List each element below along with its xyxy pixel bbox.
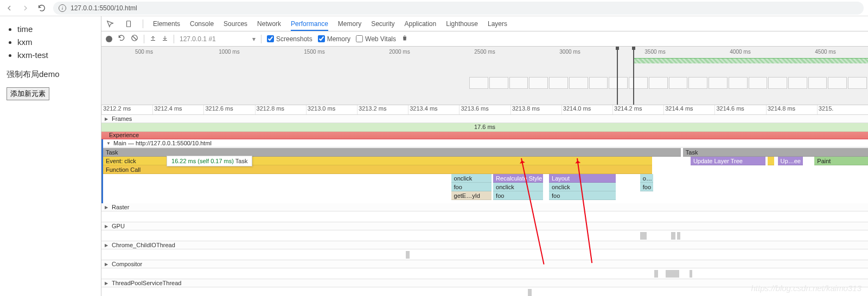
screenshots-checkbox[interactable]: Screenshots — [267, 35, 312, 43]
up-ee-bar[interactable]: Up…ee — [778, 157, 803, 165]
small-yellow-bar[interactable] — [768, 157, 774, 165]
timeline-ruler[interactable]: 3212.2 ms 3212.4 ms 3212.6 ms 3212.8 ms … — [101, 105, 868, 115]
overview-screenshots — [469, 77, 868, 89]
timeline-overview[interactable]: 500 ms 1000 ms 1500 ms 2000 ms 2500 ms 3… — [101, 47, 868, 105]
site-info-icon[interactable]: i — [59, 4, 66, 12]
tab-layers[interactable]: Layers — [488, 17, 507, 31]
add-element-button[interactable]: 添加新元素 — [7, 87, 49, 100]
timing-tooltip: 16.22 ms (self 0.17 ms) Task — [167, 156, 252, 166]
devtools-panel: Elements Console Sources Network Perform… — [101, 16, 868, 296]
flame-chart[interactable]: ▶Frames 17.6 ms Experience ▼Main — http:… — [101, 115, 868, 296]
onclick-bar-2[interactable]: onclick — [493, 183, 543, 191]
foo-short-bar[interactable]: foo — [640, 183, 653, 191]
compositor-header[interactable]: ▶Compositor — [101, 260, 868, 268]
gpu-lane[interactable] — [101, 230, 868, 241]
upload-button[interactable] — [150, 35, 156, 43]
devtools-tabs: Elements Console Sources Network Perform… — [101, 16, 868, 31]
child-io-header[interactable]: ▶Chrome_ChildIOThread — [101, 241, 868, 249]
tab-elements[interactable]: Elements — [153, 17, 180, 31]
device-icon[interactable] — [124, 20, 133, 28]
reload-record-button[interactable] — [118, 34, 125, 43]
url-bar[interactable]: i 127.0.0.1:5500/10.html — [53, 2, 864, 15]
url-text: 127.0.0.1:5500/10.html — [71, 4, 137, 12]
download-button[interactable] — [162, 35, 168, 43]
raster-header[interactable]: ▶Raster — [101, 203, 868, 211]
overview-fps-strip — [634, 58, 868, 63]
main-header[interactable]: ▼Main — http://127.0.0.1:5500/10.html — [103, 139, 868, 147]
watermark: https://blog.csdn.net/kaimo313 — [751, 284, 861, 293]
page-heading: 强制布局demo — [7, 69, 99, 80]
o-short-bar[interactable]: o… — [640, 174, 653, 183]
layout-bar[interactable]: Layout — [549, 174, 616, 183]
recording-dropdown[interactable]: 127.0.0.1 #1▾ — [180, 35, 256, 43]
memory-checkbox[interactable]: Memory — [318, 35, 350, 43]
clear-button[interactable] — [131, 34, 138, 43]
tab-network[interactable]: Network — [257, 17, 281, 31]
task-bar-2[interactable]: Task — [683, 148, 868, 157]
forward-button[interactable] — [21, 3, 30, 13]
page-content: time kxm kxm-test 强制布局demo 添加新元素 — [0, 16, 101, 296]
tab-memory[interactable]: Memory — [338, 17, 361, 31]
list-item: time — [17, 23, 99, 36]
webvitals-checkbox[interactable]: Web Vitals — [356, 35, 396, 43]
tab-security[interactable]: Security — [371, 17, 394, 31]
back-button[interactable] — [4, 3, 14, 13]
inspect-icon[interactable] — [106, 20, 114, 28]
frames-header[interactable]: ▶Frames — [101, 115, 868, 123]
reload-button[interactable] — [37, 3, 47, 13]
svg-rect-0 — [127, 21, 131, 27]
record-button[interactable] — [106, 36, 112, 42]
tab-application[interactable]: Application — [405, 17, 437, 31]
child-io-lane[interactable] — [101, 249, 868, 260]
compositor-lane[interactable] — [101, 268, 868, 279]
paint-bar[interactable]: Paint — [814, 157, 868, 165]
gpu-header[interactable]: ▶GPU — [101, 222, 868, 230]
onclick-bar-1[interactable]: onclick — [451, 174, 492, 183]
frames-lane[interactable]: 17.6 ms — [101, 123, 868, 132]
browser-toolbar: i 127.0.0.1:5500/10.html — [0, 0, 868, 16]
list-item: kxm — [17, 36, 99, 49]
update-layer-tree-bar[interactable]: Update Layer Tree — [691, 157, 765, 165]
list-item: kxm-test — [17, 49, 99, 62]
getelementbyid-bar[interactable]: getE…yId — [451, 191, 492, 200]
foo-bar-1[interactable]: foo — [451, 183, 492, 191]
foo-bar-2[interactable]: foo — [493, 191, 543, 200]
raster-lane[interactable] — [101, 211, 868, 222]
overview-selection[interactable] — [617, 47, 634, 105]
tab-lighthouse[interactable]: Lighthouse — [446, 17, 478, 31]
experience-lane[interactable]: Experience — [101, 132, 868, 139]
function-call-bar[interactable]: Function Call — [103, 165, 652, 174]
tab-sources[interactable]: Sources — [224, 17, 247, 31]
recalc-style-bar[interactable]: Recalculate Style — [493, 174, 543, 183]
tab-console[interactable]: Console — [190, 17, 214, 31]
trash-button[interactable] — [401, 35, 408, 43]
tab-performance[interactable]: Performance — [291, 17, 328, 31]
perf-toolbar: 127.0.0.1 #1▾ Screenshots Memory Web Vit… — [101, 31, 868, 47]
